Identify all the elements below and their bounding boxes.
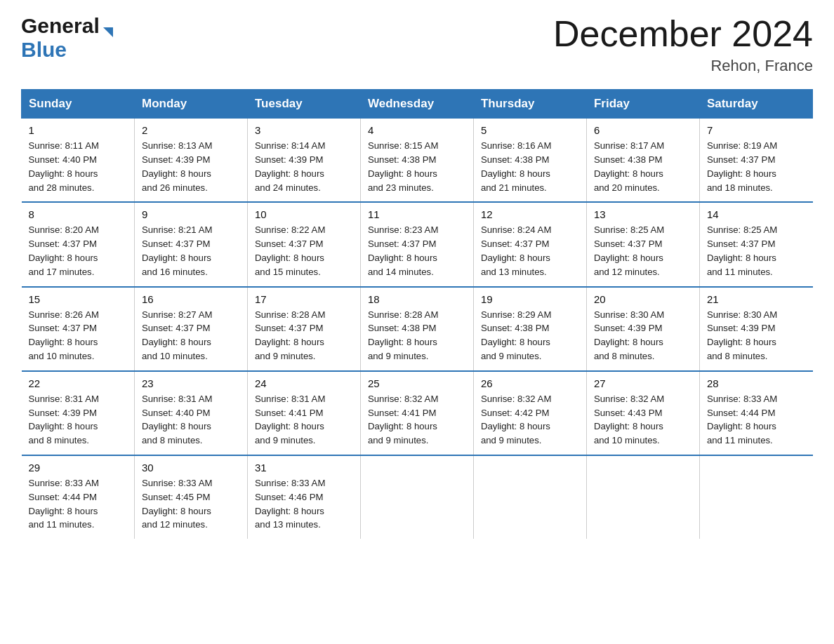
calendar-day-cell: 14 Sunrise: 8:25 AM Sunset: 4:37 PM Dayl… [699,202,812,286]
month-title: December 2024 [553,14,813,54]
day-number: 26 [481,377,579,389]
day-info: Sunrise: 8:24 AM Sunset: 4:37 PM Dayligh… [481,223,579,279]
day-info: Sunrise: 8:30 AM Sunset: 4:39 PM Dayligh… [594,308,692,363]
day-info: Sunrise: 8:23 AM Sunset: 4:37 PM Dayligh… [368,223,466,279]
calendar-day-cell: 30 Sunrise: 8:33 AM Sunset: 4:45 PM Dayl… [134,455,247,539]
day-info: Sunrise: 8:31 AM Sunset: 4:41 PM Dayligh… [255,392,353,448]
day-number: 14 [707,208,806,220]
day-number: 19 [481,293,579,305]
day-number: 27 [594,377,692,389]
calendar-day-cell: 17 Sunrise: 8:28 AM Sunset: 4:37 PM Dayl… [247,287,360,371]
day-info: Sunrise: 8:16 AM Sunset: 4:38 PM Dayligh… [481,139,579,194]
day-info: Sunrise: 8:28 AM Sunset: 4:37 PM Dayligh… [255,308,353,363]
calendar-day-cell: 29 Sunrise: 8:33 AM Sunset: 4:44 PM Dayl… [22,455,135,539]
day-info: Sunrise: 8:25 AM Sunset: 4:37 PM Dayligh… [707,223,806,279]
calendar-day-cell: 23 Sunrise: 8:31 AM Sunset: 4:40 PM Dayl… [134,371,247,455]
day-info: Sunrise: 8:27 AM Sunset: 4:37 PM Dayligh… [142,308,240,363]
page-header: General Blue December 2024 Rehon, France [21,14,813,75]
calendar-day-header: Friday [586,90,699,119]
day-number: 5 [481,124,579,136]
svg-marker-0 [103,27,113,37]
day-number: 23 [142,377,240,389]
calendar-day-cell: 6 Sunrise: 8:17 AM Sunset: 4:38 PM Dayli… [586,119,699,203]
calendar-day-header: Wednesday [360,90,473,119]
day-number: 30 [142,462,240,474]
logo: General Blue [21,14,102,62]
day-info: Sunrise: 8:13 AM Sunset: 4:39 PM Dayligh… [142,139,240,194]
logo-general-text: General [21,14,100,38]
calendar-day-cell: 4 Sunrise: 8:15 AM Sunset: 4:38 PM Dayli… [360,119,473,203]
calendar-week-row: 15 Sunrise: 8:26 AM Sunset: 4:37 PM Dayl… [22,287,813,371]
calendar-day-header: Tuesday [247,90,360,119]
calendar-day-cell: 1 Sunrise: 8:11 AM Sunset: 4:40 PM Dayli… [22,119,135,203]
calendar-day-cell: 15 Sunrise: 8:26 AM Sunset: 4:37 PM Dayl… [22,287,135,371]
calendar-day-cell: 26 Sunrise: 8:32 AM Sunset: 4:42 PM Dayl… [473,371,586,455]
calendar-week-row: 29 Sunrise: 8:33 AM Sunset: 4:44 PM Dayl… [22,455,813,539]
day-info: Sunrise: 8:32 AM Sunset: 4:42 PM Dayligh… [481,392,579,448]
calendar-day-cell: 21 Sunrise: 8:30 AM Sunset: 4:39 PM Dayl… [699,287,812,371]
day-info: Sunrise: 8:11 AM Sunset: 4:40 PM Dayligh… [29,139,127,194]
calendar-day-cell: 27 Sunrise: 8:32 AM Sunset: 4:43 PM Dayl… [586,371,699,455]
calendar-day-cell [473,455,586,539]
day-info: Sunrise: 8:17 AM Sunset: 4:38 PM Dayligh… [594,139,692,194]
calendar-week-row: 1 Sunrise: 8:11 AM Sunset: 4:40 PM Dayli… [22,119,813,203]
day-info: Sunrise: 8:26 AM Sunset: 4:37 PM Dayligh… [29,308,127,363]
day-info: Sunrise: 8:33 AM Sunset: 4:44 PM Dayligh… [707,392,806,448]
day-number: 12 [481,208,579,220]
day-number: 10 [255,208,353,220]
calendar-day-cell: 28 Sunrise: 8:33 AM Sunset: 4:44 PM Dayl… [699,371,812,455]
day-number: 7 [707,124,806,136]
day-info: Sunrise: 8:33 AM Sunset: 4:44 PM Dayligh… [29,476,127,532]
day-info: Sunrise: 8:33 AM Sunset: 4:45 PM Dayligh… [142,476,240,532]
day-number: 4 [368,124,466,136]
calendar-week-row: 8 Sunrise: 8:20 AM Sunset: 4:37 PM Dayli… [22,202,813,286]
day-number: 22 [29,377,127,389]
day-number: 28 [707,377,806,389]
day-number: 24 [255,377,353,389]
day-info: Sunrise: 8:20 AM Sunset: 4:37 PM Dayligh… [29,223,127,279]
day-info: Sunrise: 8:31 AM Sunset: 4:39 PM Dayligh… [29,392,127,448]
day-info: Sunrise: 8:15 AM Sunset: 4:38 PM Dayligh… [368,139,466,194]
calendar-day-cell: 12 Sunrise: 8:24 AM Sunset: 4:37 PM Dayl… [473,202,586,286]
calendar-week-row: 22 Sunrise: 8:31 AM Sunset: 4:39 PM Dayl… [22,371,813,455]
day-number: 2 [142,124,240,136]
day-number: 6 [594,124,692,136]
day-info: Sunrise: 8:30 AM Sunset: 4:39 PM Dayligh… [707,308,806,363]
day-number: 29 [29,462,127,474]
calendar-day-cell: 19 Sunrise: 8:29 AM Sunset: 4:38 PM Dayl… [473,287,586,371]
day-number: 8 [29,208,127,220]
calendar-day-cell: 20 Sunrise: 8:30 AM Sunset: 4:39 PM Dayl… [586,287,699,371]
day-number: 25 [368,377,466,389]
logo-blue-text: Blue [21,38,67,61]
day-number: 3 [255,124,353,136]
calendar-day-header: Saturday [699,90,812,119]
day-number: 20 [594,293,692,305]
calendar-day-cell: 10 Sunrise: 8:22 AM Sunset: 4:37 PM Dayl… [247,202,360,286]
calendar-day-cell: 5 Sunrise: 8:16 AM Sunset: 4:38 PM Dayli… [473,119,586,203]
calendar-day-cell: 3 Sunrise: 8:14 AM Sunset: 4:39 PM Dayli… [247,119,360,203]
day-info: Sunrise: 8:28 AM Sunset: 4:38 PM Dayligh… [368,308,466,363]
calendar-day-cell: 25 Sunrise: 8:32 AM Sunset: 4:41 PM Dayl… [360,371,473,455]
day-number: 31 [255,462,353,474]
calendar-day-header: Monday [134,90,247,119]
day-info: Sunrise: 8:21 AM Sunset: 4:37 PM Dayligh… [142,223,240,279]
calendar-day-cell: 7 Sunrise: 8:19 AM Sunset: 4:37 PM Dayli… [699,119,812,203]
calendar-day-cell [586,455,699,539]
calendar-day-cell: 18 Sunrise: 8:28 AM Sunset: 4:38 PM Dayl… [360,287,473,371]
calendar-day-header: Sunday [22,90,135,119]
day-info: Sunrise: 8:31 AM Sunset: 4:40 PM Dayligh… [142,392,240,448]
calendar-day-cell: 22 Sunrise: 8:31 AM Sunset: 4:39 PM Dayl… [22,371,135,455]
title-section: December 2024 Rehon, France [553,14,813,75]
day-info: Sunrise: 8:32 AM Sunset: 4:43 PM Dayligh… [594,392,692,448]
day-number: 21 [707,293,806,305]
calendar-day-cell: 2 Sunrise: 8:13 AM Sunset: 4:39 PM Dayli… [134,119,247,203]
day-number: 16 [142,293,240,305]
location: Rehon, France [553,57,813,75]
calendar-day-cell: 13 Sunrise: 8:25 AM Sunset: 4:37 PM Dayl… [586,202,699,286]
calendar-day-cell [699,455,812,539]
day-number: 15 [29,293,127,305]
calendar-day-header: Thursday [473,90,586,119]
day-info: Sunrise: 8:29 AM Sunset: 4:38 PM Dayligh… [481,308,579,363]
calendar-day-cell: 9 Sunrise: 8:21 AM Sunset: 4:37 PM Dayli… [134,202,247,286]
calendar-day-cell: 11 Sunrise: 8:23 AM Sunset: 4:37 PM Dayl… [360,202,473,286]
